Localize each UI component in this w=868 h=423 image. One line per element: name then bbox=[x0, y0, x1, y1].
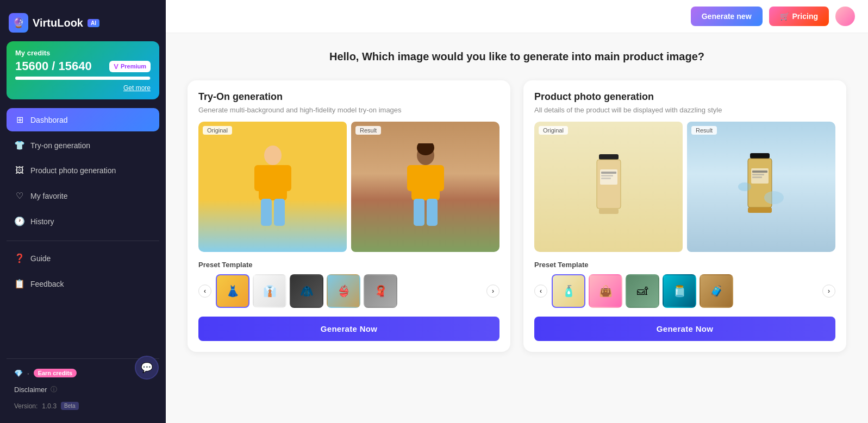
pricing-button[interactable]: 🛒 Pricing bbox=[769, 7, 829, 26]
logo-area: 🔮 VirtuLook AI bbox=[7, 9, 159, 41]
tryon-generate-button[interactable]: Generate Now bbox=[198, 317, 499, 341]
sidebar-item-dashboard-label: Dashborad bbox=[30, 116, 68, 124]
tryon-result-img: Result bbox=[351, 122, 499, 252]
svg-rect-4 bbox=[261, 199, 272, 226]
product-card: Product photo generation All details of … bbox=[523, 80, 846, 352]
pricing-cart-icon: 🛒 bbox=[780, 12, 789, 21]
generate-new-button[interactable]: Generate new bbox=[691, 7, 763, 26]
tryon-result-label: Result bbox=[355, 126, 381, 135]
tryon-preset-thumbnails: 👗 👔 🧥 👙 🧣 bbox=[216, 274, 482, 308]
version-row: Version: 1.0.3 Beta bbox=[7, 397, 159, 414]
page-content: Hello, Which image would you like to gen… bbox=[166, 33, 868, 423]
sidebar-item-favorite[interactable]: ♡ My favorite bbox=[7, 184, 159, 207]
product-preset-5[interactable]: 🧳 bbox=[700, 274, 733, 308]
cards-row: Try-On generation Generate multi-backgro… bbox=[188, 80, 846, 352]
credits-top: 15600 / 15640 V Premium bbox=[15, 59, 151, 73]
product-preset-2[interactable]: 👜 bbox=[589, 274, 622, 308]
sidebar-item-dashboard[interactable]: ⊞ Dashborad bbox=[7, 108, 159, 131]
feedback-label: Feedback bbox=[30, 280, 64, 288]
tryon-original-img: Original bbox=[198, 122, 347, 252]
svg-rect-12 bbox=[427, 199, 438, 226]
svg-rect-5 bbox=[274, 199, 285, 226]
product-original-svg bbox=[587, 143, 630, 230]
sidebar-item-product[interactable]: 🖼 Product photo generation bbox=[7, 159, 159, 182]
tryon-preset-1[interactable]: 👗 bbox=[216, 274, 249, 308]
svg-rect-24 bbox=[752, 171, 767, 173]
nav-divider-2 bbox=[7, 358, 159, 359]
main-nav: ⊞ Dashborad 👕 Try-on generation 🖼 Produc… bbox=[7, 108, 159, 235]
svg-rect-3 bbox=[282, 165, 291, 191]
svg-rect-14 bbox=[599, 154, 619, 160]
product-icon: 🖼 bbox=[14, 166, 25, 175]
tryon-card-desc: Generate multi-background and high-fidel… bbox=[198, 106, 499, 114]
sidebar-item-tryon-label: Try-on generation bbox=[30, 141, 90, 150]
user-avatar[interactable] bbox=[835, 7, 855, 26]
tryon-preview-row: Original bbox=[198, 122, 499, 252]
credits-label: My credits bbox=[15, 49, 151, 57]
svg-rect-2 bbox=[254, 165, 264, 191]
credits-amount: 15600 / 15640 bbox=[15, 59, 92, 73]
get-more-link[interactable]: Get more bbox=[123, 84, 151, 92]
sidebar-item-guide[interactable]: ❓ Guide bbox=[7, 247, 159, 270]
svg-rect-26 bbox=[752, 176, 762, 178]
credits-card: My credits 15600 / 15640 V Premium Get m… bbox=[7, 41, 159, 99]
tryon-preset-row: ‹ 👗 👔 🧥 👙 🧣 › bbox=[198, 274, 499, 308]
disclaimer-info-icon: ⓘ bbox=[51, 385, 57, 394]
earn-credits-icon: 💎 bbox=[14, 369, 23, 377]
sidebar-item-product-label: Product photo generation bbox=[30, 166, 116, 175]
product-preset-3[interactable]: 🛋 bbox=[626, 274, 659, 308]
sidebar-item-feedback[interactable]: 📋 Feedback bbox=[7, 272, 159, 295]
tryon-icon: 👕 bbox=[14, 140, 25, 150]
svg-rect-19 bbox=[601, 178, 611, 179]
tryon-original-svg bbox=[251, 143, 295, 230]
tryon-card: Try-On generation Generate multi-backgro… bbox=[188, 80, 510, 352]
top-header: Generate new 🛒 Pricing bbox=[166, 0, 868, 33]
svg-rect-21 bbox=[750, 153, 770, 159]
tryon-card-title: Try-On generation bbox=[198, 91, 499, 103]
product-original-label: Original bbox=[539, 126, 568, 135]
tryon-preset-3[interactable]: 🧥 bbox=[290, 274, 323, 308]
disclaimer-row[interactable]: Disclaimer ⓘ bbox=[7, 382, 159, 397]
earn-text: · bbox=[27, 369, 29, 377]
product-preset-thumbnails: 🧴 👜 🛋 🫙 🧳 bbox=[552, 274, 818, 308]
svg-point-0 bbox=[264, 146, 282, 165]
credits-bar-fill bbox=[15, 77, 150, 80]
sidebar-item-history[interactable]: 🕐 History bbox=[7, 210, 159, 233]
version-number: 1.0.3 bbox=[42, 402, 57, 410]
svg-rect-9 bbox=[407, 165, 417, 191]
version-label: Version: bbox=[14, 402, 38, 410]
product-preset-row: ‹ 🧴 👜 🛋 🫙 🧳 › bbox=[534, 274, 835, 308]
product-preset-label: Preset Template bbox=[534, 261, 835, 269]
svg-rect-25 bbox=[752, 174, 764, 175]
credits-bar-bg bbox=[15, 77, 151, 80]
tryon-preset-2[interactable]: 👔 bbox=[253, 274, 286, 308]
tryon-preset-next[interactable]: › bbox=[486, 285, 499, 298]
sidebar-item-tryon[interactable]: 👕 Try-on generation bbox=[7, 134, 159, 157]
tryon-preset-prev[interactable]: ‹ bbox=[198, 285, 211, 298]
product-preset-prev[interactable]: ‹ bbox=[534, 285, 547, 298]
chat-bubble-button[interactable]: 💬 bbox=[135, 356, 159, 380]
tryon-preset-5[interactable]: 🧣 bbox=[364, 274, 397, 308]
earn-badge[interactable]: Earn credits bbox=[34, 369, 77, 377]
product-original-visual bbox=[534, 122, 683, 252]
product-preset-4[interactable]: 🫙 bbox=[663, 274, 696, 308]
product-original-img: Original bbox=[534, 122, 683, 252]
svg-rect-17 bbox=[601, 172, 616, 174]
svg-rect-27 bbox=[748, 207, 772, 213]
guide-label: Guide bbox=[30, 254, 51, 263]
sidebar-item-favorite-label: My favorite bbox=[30, 192, 67, 200]
product-preset-next[interactable]: › bbox=[822, 285, 835, 298]
tryon-preset-4[interactable]: 👙 bbox=[327, 274, 360, 308]
product-result-label: Result bbox=[691, 126, 717, 135]
ai-badge: AI bbox=[88, 19, 99, 27]
svg-point-28 bbox=[764, 191, 784, 204]
svg-rect-11 bbox=[414, 199, 424, 226]
product-card-title: Product photo generation bbox=[534, 91, 835, 103]
svg-rect-20 bbox=[599, 209, 619, 214]
history-icon: 🕐 bbox=[14, 216, 25, 226]
product-preset-1[interactable]: 🧴 bbox=[552, 274, 585, 308]
product-generate-button[interactable]: Generate Now bbox=[534, 317, 835, 341]
logo-icon: 🔮 bbox=[9, 13, 28, 33]
tryon-original-label: Original bbox=[203, 126, 232, 135]
product-preview-row: Original bbox=[534, 122, 835, 252]
